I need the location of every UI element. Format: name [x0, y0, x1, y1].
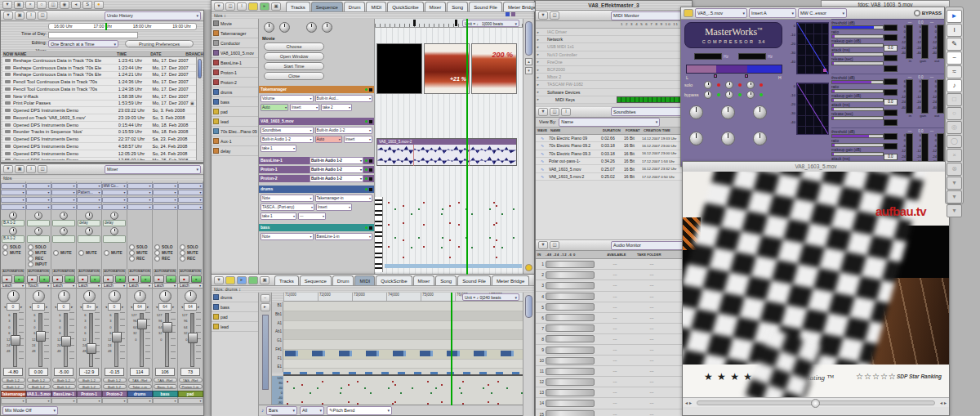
insert-slot[interactable]	[1, 190, 26, 195]
automation-play-button[interactable]: ▸	[39, 275, 50, 283]
audio-monitor-row[interactable]: 6 --- ---	[536, 313, 692, 324]
filter-dropdown[interactable]: All	[300, 406, 324, 415]
automation-mode-dropdown[interactable]: Latch	[51, 283, 77, 289]
midi-device-row[interactable]: ▸ Software Devices	[536, 89, 692, 96]
rec-button[interactable]: REC	[28, 256, 49, 262]
play-mode-dropdown[interactable]: Volume	[261, 95, 314, 102]
palette-tool[interactable]: ▾	[947, 177, 962, 190]
panel-toolbar-icon[interactable]: ▣	[15, 11, 24, 20]
track-list-item[interactable]: delay	[212, 146, 258, 156]
insert-slot[interactable]	[127, 190, 153, 195]
channel-name[interactable]: bass	[153, 391, 178, 397]
output-button[interactable]: Built 1-2	[78, 378, 101, 382]
undo-row[interactable]: Opened DPS Instruments Demo 23:03:22 Uhr…	[2, 107, 197, 114]
send-slot[interactable]	[52, 220, 75, 227]
palette-tool[interactable]: I	[947, 24, 962, 37]
mute-button[interactable]: MUTE	[28, 250, 49, 256]
channel-dropdown[interactable]	[127, 398, 153, 404]
editor-tab[interactable]: MIDI	[366, 2, 386, 11]
send-slot[interactable]: B.A 1-2	[2, 220, 24, 227]
edit-layer-icon[interactable]	[506, 12, 510, 16]
insert-slot[interactable]	[102, 197, 127, 203]
insert-slot[interactable]	[127, 204, 153, 210]
insert-slot[interactable]	[26, 190, 51, 195]
mute-button[interactable]: MUTE	[104, 250, 125, 256]
take-dropdown[interactable]: take 2	[321, 104, 352, 111]
threshold-slider[interactable]	[831, 25, 884, 29]
scroll-right-icon[interactable]: ▸	[944, 400, 947, 405]
makeup-gain-slider[interactable]	[831, 98, 884, 102]
input-assign-button[interactable]: Built 1-2	[78, 384, 101, 389]
editor-tab[interactable]: Sound File	[469, 2, 502, 11]
send-knob[interactable]	[85, 212, 93, 220]
threshold-slider[interactable]	[831, 80, 884, 84]
mute-button[interactable]: MUTE	[53, 250, 74, 256]
undo-row[interactable]: Opened DPS Instruments Demo 4:58:57 Uhr …	[2, 143, 197, 150]
note-dropdown[interactable]: Note	[261, 195, 314, 202]
band-bypass-knob[interactable]	[746, 91, 755, 99]
movie-scrollbar[interactable]: ◂ ▸ ◂ ▸	[683, 397, 949, 407]
copy-icon[interactable]: ◫	[550, 11, 559, 20]
editor-tab[interactable]: Tracks	[286, 2, 310, 11]
track-list-item[interactable]: lead	[212, 117, 258, 127]
insert-slot[interactable]	[127, 183, 153, 189]
output-button[interactable]: TAS. /Ref	[179, 378, 203, 382]
pan-value[interactable]: ◂0▸	[29, 303, 48, 311]
bass-track-header[interactable]: bass	[259, 224, 374, 231]
movie-start-time-button[interactable]: Start Time	[264, 62, 324, 70]
automation-play-button[interactable]: ▸	[65, 275, 75, 283]
automation-mode-dropdown[interactable]: Latch	[101, 283, 127, 289]
collapse-button[interactable]: −	[261, 294, 270, 302]
undo-row[interactable]: New V-Rack 1:58:38 Uhr Mo, 17. Dez 2007	[2, 93, 197, 101]
note-dropdown[interactable]: Note	[261, 233, 314, 240]
pan-value[interactable]: ◂64▸	[181, 303, 200, 311]
pan-knob[interactable]	[159, 290, 172, 302]
audio-monitor-row[interactable]: 15 --- ---	[536, 409, 692, 416]
crossover-handle[interactable]	[745, 74, 748, 78]
note-blocks[interactable]	[285, 351, 522, 356]
insert-dropdown[interactable]: Insert	[344, 136, 372, 143]
midi-device-row[interactable]: ▸ NuVJ Controller	[536, 51, 692, 59]
insert-dropdown[interactable]: Insert	[316, 204, 352, 211]
insert-slot[interactable]	[77, 197, 102, 203]
midi-device-row[interactable]: ▸ FireOne	[536, 59, 692, 66]
automation-play-button[interactable]: ▸	[14, 275, 24, 283]
track-list-item[interactable]: Proton-2	[212, 78, 258, 87]
insert-slot[interactable]	[1, 197, 26, 203]
track-list-item[interactable]: Takemanager	[212, 29, 258, 38]
loop-start-marker[interactable]	[413, 20, 416, 26]
movie-viewport[interactable]: aufbau.tv ★ ★ ★ ★ Rating ™ ☆☆☆☆☆ SDP Sta…	[683, 172, 949, 397]
send-knob[interactable]	[34, 212, 42, 220]
undo-row[interactable]: Record on Track 'VA8_1603_5.mov' 23:19:0…	[2, 114, 197, 122]
panel-toolbar-icon[interactable]: ◫	[38, 11, 47, 20]
lane-dropdown[interactable]: ✎ Pitch Bend	[327, 406, 392, 415]
vzoom-out-knob[interactable]	[306, 22, 317, 33]
automation-record-button[interactable]: ■	[27, 275, 38, 283]
toolbar-icon[interactable]: ◂	[71, 1, 81, 9]
window-target-dropdown[interactable]: Mixer	[105, 165, 201, 174]
input-dropdown[interactable]: Built-in Audio 1-2	[261, 136, 314, 143]
output-button[interactable]: Built 1-2	[27, 378, 51, 382]
automation-record-button[interactable]: ■	[103, 275, 114, 283]
palette-tool[interactable]: □	[947, 93, 962, 106]
automation-mode-dropdown[interactable]: Latch	[0, 283, 26, 289]
filter-icon[interactable]: ▼	[214, 2, 224, 11]
channel-dropdown[interactable]	[178, 398, 203, 404]
editor-tab[interactable]: Meter Bridge	[492, 275, 529, 285]
track-list-item[interactable]: Proton-1	[212, 68, 258, 78]
insert-slot[interactable]	[153, 197, 178, 203]
undo-row[interactable]: Reshape Continuous Data in Track '70s El…	[2, 72, 197, 79]
audio-monitor-row[interactable]: 14 --- ---	[536, 398, 692, 409]
playhead[interactable]	[466, 19, 468, 275]
fader[interactable]	[190, 313, 194, 367]
rec-button[interactable]: REC	[154, 256, 176, 262]
pan-knob[interactable]	[33, 290, 45, 302]
output-button[interactable]: Built 1-2	[103, 378, 127, 382]
track-list-item[interactable]: lead	[212, 322, 258, 332]
send-slot[interactable]: delay	[78, 220, 100, 227]
automation-record-button[interactable]: ■	[2, 275, 12, 283]
pan-value[interactable]: ◂0▸	[4, 303, 23, 311]
fader-value[interactable]: -0.15	[105, 368, 124, 376]
input-assign-button[interactable]: Bass..1-in	[154, 384, 177, 389]
insert-slot[interactable]	[178, 197, 203, 203]
